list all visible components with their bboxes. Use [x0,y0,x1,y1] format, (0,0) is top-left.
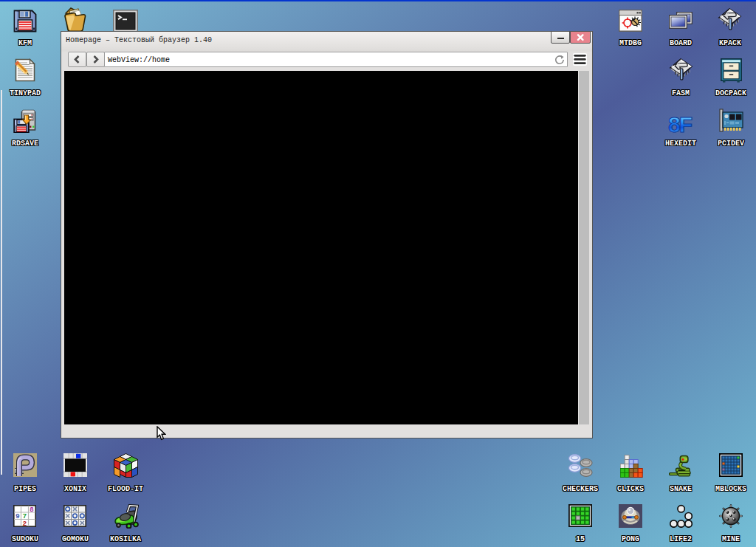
svg-text:9: 9 [16,512,20,520]
svg-text:8F: 8F [668,112,693,134]
svg-text:2: 2 [23,520,27,527]
svg-text:8: 8 [30,506,34,514]
